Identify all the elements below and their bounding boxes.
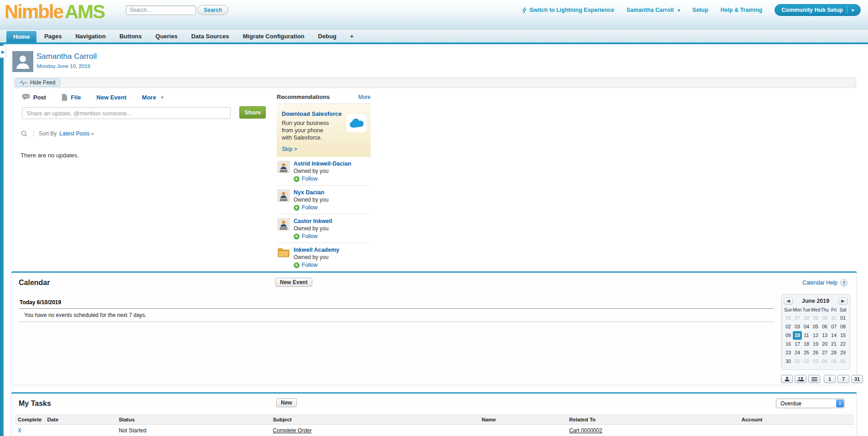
calendar-day-selected[interactable]: 10 (793, 331, 802, 340)
new-task-button[interactable]: New (276, 398, 297, 407)
new-event-link[interactable]: New Event (97, 94, 127, 101)
search-feed-icon[interactable] (21, 130, 27, 137)
post-tab[interactable]: Post (22, 94, 46, 101)
task-complete-link[interactable]: X (18, 427, 21, 434)
calendar-day[interactable]: 03 (811, 357, 820, 366)
calendar-day[interactable]: 07 (829, 322, 838, 331)
calendar-day[interactable]: 28 (829, 348, 838, 357)
calendar-day[interactable]: 08 (838, 322, 847, 331)
user-avatar[interactable] (12, 51, 33, 72)
calendar-day[interactable]: 27 (793, 314, 802, 322)
help-training-link[interactable]: Help & Training (721, 7, 763, 13)
more-menu[interactable]: More (142, 94, 163, 101)
calendar-day[interactable]: 25 (802, 348, 811, 357)
recommendation-name-link[interactable]: Castor Inkwell (294, 218, 332, 224)
publisher-actions: Post File New Event More (22, 94, 163, 101)
tab-navigation[interactable]: Navigation (68, 31, 112, 42)
tab-buttons[interactable]: Buttons (113, 31, 149, 42)
calendar-day[interactable]: 22 (838, 340, 847, 348)
calendar-day[interactable]: 04 (802, 322, 811, 331)
hide-feed-button[interactable]: Hide Feed (16, 78, 60, 87)
tab-data-sources[interactable]: Data Sources (184, 31, 236, 42)
tab-pages[interactable]: Pages (37, 31, 68, 42)
promo-skip-link[interactable]: Skip > (282, 146, 367, 152)
follow-button[interactable]: +Follow (294, 176, 351, 182)
search-input[interactable] (126, 5, 196, 15)
recommendation-name-link[interactable]: Inkwell Academy (294, 247, 339, 253)
calendar-day[interactable]: 09 (784, 331, 793, 340)
calendar-day[interactable]: 31 (829, 314, 838, 322)
calendar-day[interactable]: 02 (802, 357, 811, 366)
follow-button[interactable]: +Follow (294, 262, 339, 268)
calendar-day[interactable]: 15 (838, 331, 847, 340)
calendar-help-link[interactable]: Calendar Help (802, 280, 837, 286)
recommendations-more-link[interactable]: More (358, 94, 371, 100)
calendar-day[interactable]: 30 (784, 357, 793, 366)
sort-by-select[interactable]: Latest Posts (59, 130, 93, 137)
switch-to-lightning-link[interactable]: Switch to Lightning Experience (522, 7, 614, 14)
file-tab[interactable]: File (62, 94, 81, 101)
calendar-today-label: Today 6/10/2019 (19, 296, 774, 309)
calendar-day[interactable]: 02 (784, 322, 793, 331)
help-question-icon[interactable]: ? (840, 279, 847, 286)
tab-home[interactable]: Home (6, 31, 36, 42)
tab-plus[interactable]: + (343, 31, 361, 42)
calendar-day[interactable]: 14 (829, 331, 838, 340)
calendar-day[interactable]: 05 (829, 357, 838, 366)
calendar-day[interactable]: 04 (820, 357, 829, 366)
calendar-day[interactable]: 20 (820, 340, 829, 348)
profile-name-link[interactable]: Samantha Carroll (36, 52, 97, 61)
calendar-day[interactable]: 27 (820, 348, 829, 357)
recommendation-name-link[interactable]: Astrid Inkwell-Dacian (294, 161, 351, 167)
task-related-to-link[interactable]: Cart 0000002 (569, 427, 602, 434)
calendar-day[interactable]: 24 (793, 348, 802, 357)
calendar-day[interactable]: 29 (811, 314, 820, 322)
calendar-day[interactable]: 26 (784, 314, 793, 322)
calendar-day[interactable]: 18 (802, 340, 811, 348)
sidebar-expand-toggle[interactable] (0, 46, 6, 58)
community-hub-setup-button[interactable]: Community Hub Setup (775, 4, 861, 16)
calendar-day[interactable]: 12 (811, 331, 820, 340)
calendar-day[interactable]: 26 (811, 348, 820, 357)
tab-queries[interactable]: Queries (149, 31, 184, 42)
calendar-view-1-button[interactable]: 1 (824, 375, 836, 383)
calendar-view-31-button[interactable]: 31 (851, 375, 863, 383)
calendar-day[interactable]: 01 (793, 357, 802, 366)
follow-button[interactable]: +Follow (294, 204, 329, 211)
calendar-day[interactable]: 03 (793, 322, 802, 331)
recommendation-name-link[interactable]: Nyx Dacian (294, 189, 329, 196)
calendar-day[interactable]: 29 (838, 348, 847, 357)
previous-month-button[interactable]: ◀ (784, 297, 793, 305)
share-update-input[interactable] (22, 107, 231, 119)
task-subject-link[interactable]: Complete Order (273, 427, 311, 434)
search-button[interactable]: Search (197, 5, 228, 15)
calendar-day[interactable]: 05 (811, 322, 820, 331)
calendar-day[interactable]: 30 (820, 314, 829, 322)
calendar-day[interactable]: 23 (784, 348, 793, 357)
calendar-day[interactable]: 17 (793, 340, 802, 348)
calendar-day[interactable]: 13 (820, 331, 829, 340)
tab-migrate-configuration[interactable]: Migrate Configuration (236, 31, 311, 42)
calendar-day[interactable]: 19 (811, 340, 820, 348)
calendar-day[interactable]: 01 (838, 314, 847, 322)
multi-person-icon[interactable] (795, 375, 806, 383)
follow-button[interactable]: +Follow (294, 233, 332, 239)
calendar-view-7-button[interactable]: 7 (837, 375, 849, 383)
share-button[interactable]: Share (239, 106, 266, 119)
user-menu[interactable]: Samantha Carroll (626, 7, 680, 13)
calendar-day[interactable]: 21 (829, 340, 838, 348)
calendar-day[interactable]: 06 (838, 357, 847, 366)
single-person-icon[interactable] (781, 375, 793, 383)
new-event-button[interactable]: New Event (275, 278, 312, 287)
task-filter-select[interactable]: Overdue ▲▼ (776, 399, 845, 408)
calendar-title: Calendar (19, 279, 50, 287)
next-month-button[interactable]: ▶ (838, 297, 847, 305)
tab-debug[interactable]: Debug (311, 31, 343, 42)
calendar-day[interactable]: 06 (820, 322, 829, 331)
setup-link[interactable]: Setup (692, 7, 708, 13)
calendar-day[interactable]: 16 (784, 340, 793, 348)
list-icon[interactable] (808, 375, 820, 383)
calendar-day[interactable]: 28 (802, 314, 811, 322)
calendar-day[interactable]: 11 (802, 331, 811, 340)
button-divider (847, 6, 847, 14)
